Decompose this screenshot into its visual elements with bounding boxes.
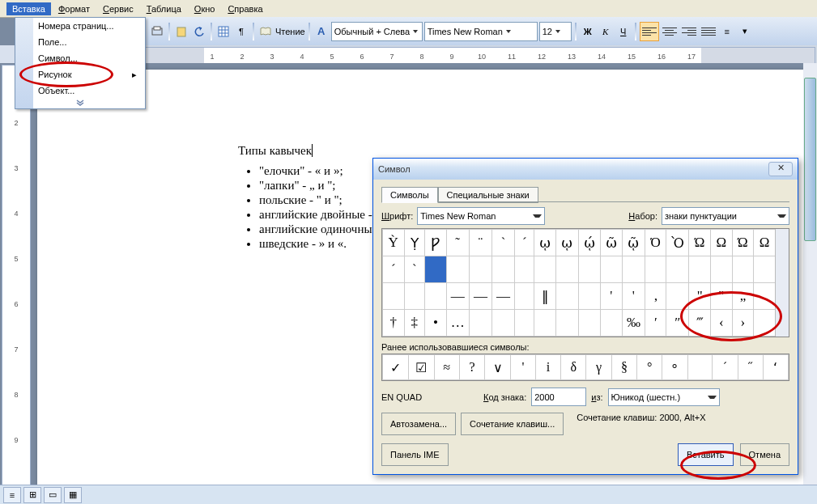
symbol-cell[interactable]: ' [600,283,622,310]
font-select[interactable]: Times New Roman [424,22,538,41]
recent-symbol-cell[interactable] [687,355,713,380]
symbol-cell[interactable]: — [446,283,469,310]
symbol-grid[interactable]: ỲỴǷ˜¨`´ῳῳῴῶῷΌῸΏΩΏΩ´`——―‖''‚""„†‡•…‰′″‴‹› [381,228,789,337]
font-size-select[interactable]: 12 [539,22,572,41]
symbol-cell[interactable] [754,310,776,337]
symbol-cell[interactable] [578,310,600,337]
symbol-cell[interactable]: ‰ [622,310,645,337]
align-justify-button[interactable] [700,23,717,40]
symbol-cell[interactable]: ` [491,230,514,256]
symbol-cell[interactable] [732,256,754,283]
symbol-cell[interactable] [491,310,514,337]
recent-symbol-cell[interactable]: ' [510,355,535,380]
symbol-cell[interactable]: † [383,310,405,337]
symbol-cell[interactable] [556,256,578,283]
dropdown-expand[interactable] [15,99,145,108]
symbol-cell[interactable]: ῳ [534,230,556,256]
symbol-cell[interactable]: Ω [754,230,776,256]
symbol-cell[interactable]: „ [732,283,754,310]
more-icon[interactable]: ▾ [737,23,753,40]
style-select[interactable]: Обычный + Слева [331,22,423,41]
symbol-cell[interactable]: " [689,283,711,310]
symbol-cell[interactable]: ‴ [689,310,711,337]
symbol-cell[interactable]: ‹ [710,310,732,337]
vertical-scrollbar[interactable] [803,63,817,485]
symbol-cell[interactable] [404,283,425,310]
symbol-cell[interactable]: ῷ [622,230,645,256]
align-right-button[interactable] [680,23,698,40]
symbol-cell[interactable] [534,310,556,337]
menu-insert[interactable]: Вставка [6,2,51,15]
dropdown-page-numbers[interactable]: Номера страниц... [15,18,145,34]
autocorrect-button[interactable]: Автозамена... [381,413,456,435]
tab-special-chars[interactable]: Специальные знаки [438,187,538,203]
symbol-cell[interactable] [666,256,689,283]
recent-symbol-cell[interactable]: ° [637,355,662,380]
dialog-set-select[interactable]: знаки пунктуации [662,207,789,225]
symbol-cell[interactable]: — [469,283,491,310]
view-normal-button[interactable]: ≡ [3,487,21,503]
symbol-cell[interactable]: Ώ [689,230,711,256]
paste-icon[interactable] [173,23,189,40]
symbol-cell[interactable] [469,310,491,337]
symbol-cell[interactable]: ´ [383,256,405,283]
symbol-cell[interactable]: ‖ [534,283,556,310]
recent-symbol-cell[interactable]: ∨ [485,355,511,380]
recent-symbols[interactable]: ✓☑≈?∨'іδγ§°ᵒ´˝ʻ [381,354,789,381]
symbol-cell[interactable] [425,256,446,283]
symbol-cell[interactable] [645,256,666,283]
symbol-cell[interactable] [556,283,578,310]
dropdown-object[interactable]: Объект... [15,83,145,99]
vertical-ruler[interactable]: 123456789 [2,65,31,485]
symbol-cell[interactable]: ″ [666,310,689,337]
symbol-cell[interactable] [515,310,534,337]
recent-symbol-cell[interactable]: ☑ [408,355,434,380]
view-reading-button[interactable]: ▦ [64,487,82,503]
symbol-cell[interactable] [446,256,469,283]
symbol-cell[interactable] [666,283,689,310]
symbol-cell[interactable] [534,256,556,283]
symbol-cell[interactable]: ῳ [556,230,578,256]
print-preview-icon[interactable] [149,23,165,40]
recent-symbol-cell[interactable]: ´ [713,355,738,380]
dialog-font-select[interactable]: Times New Roman [417,207,545,225]
menu-window[interactable]: Окно [189,2,221,15]
menu-table[interactable]: Таблица [141,2,187,15]
dialog-titlebar[interactable]: Символ ✕ [373,159,798,180]
symbol-cell[interactable]: Ω [710,230,732,256]
symbol-cell[interactable] [622,256,645,283]
symbol-cell[interactable]: Ỵ [404,230,425,256]
encoding-select[interactable]: Юникод (шестн.) [608,388,720,406]
line-spacing-button[interactable]: ≡ [719,23,735,40]
symbol-cell[interactable] [469,256,491,283]
symbol-cell[interactable] [710,256,732,283]
symbol-cell[interactable]: ― [491,283,514,310]
symbol-cell[interactable]: " [710,283,732,310]
symbol-cell[interactable] [600,310,622,337]
recent-symbol-cell[interactable]: ≈ [434,355,459,380]
symbol-cell[interactable] [515,256,534,283]
ime-panel-button[interactable]: Панель IME [381,443,449,466]
symbol-cell[interactable]: … [446,310,469,337]
recent-symbol-cell[interactable]: ? [459,355,484,380]
reading-icon[interactable] [257,23,274,40]
tab-symbols[interactable]: Символы [381,187,438,203]
symbol-cell[interactable]: Ώ [732,230,754,256]
underline-button[interactable]: Ч [615,23,632,40]
symbol-cell[interactable]: › [732,310,754,337]
table-icon[interactable] [215,23,232,40]
symbol-cell[interactable] [383,283,405,310]
close-icon[interactable]: ✕ [768,162,793,176]
styles-icon[interactable]: A [313,23,330,40]
align-center-button[interactable] [661,23,679,40]
symbol-cell[interactable]: Ỳ [383,230,405,256]
dropdown-picture[interactable]: Рисунок▸ [15,66,145,83]
symbol-cell[interactable] [754,283,776,310]
symbol-cell[interactable] [491,256,514,283]
recent-symbol-cell[interactable]: § [611,355,636,380]
recent-symbol-cell[interactable]: ˝ [738,355,763,380]
symbol-cell[interactable]: • [425,310,446,337]
symbol-cell[interactable] [600,256,622,283]
symbol-cell[interactable]: Ὸ [666,230,689,256]
recent-symbol-cell[interactable]: δ [561,355,586,380]
